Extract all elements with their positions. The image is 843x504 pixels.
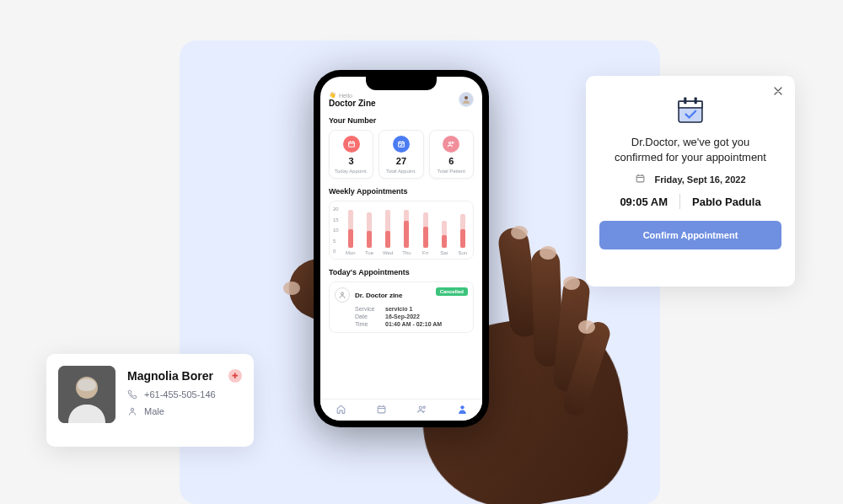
user-icon — [335, 287, 350, 303]
patient-avatar — [58, 366, 115, 423]
close-icon[interactable] — [771, 84, 785, 98]
confirm-patient: Pablo Padula — [692, 196, 761, 208]
svg-point-5 — [341, 292, 344, 295]
wave-icon: 👋 — [329, 92, 336, 99]
divider — [679, 194, 680, 209]
confirm-date: Friday, Sept 16, 2022 — [654, 174, 745, 185]
calendar-icon — [635, 173, 646, 185]
confirm-message-line1: Dr.Doctor, we've got you — [615, 135, 766, 150]
calendar-check-icon — [674, 96, 706, 125]
chart-bar — [404, 210, 409, 248]
confirm-message-line2: confirmed for your appointment — [615, 150, 766, 165]
label: Date — [355, 314, 380, 319]
phone-notch — [366, 77, 437, 90]
weekly-title: Weekly Appointments — [329, 187, 474, 196]
svg-point-8 — [423, 406, 425, 408]
svg-rect-2 — [399, 142, 405, 147]
tab-patients[interactable] — [416, 404, 427, 416]
svg-point-4 — [453, 142, 454, 144]
appt-doctor: Dr. Doctor zine — [355, 292, 402, 299]
svg-rect-11 — [679, 101, 702, 108]
svg-point-0 — [464, 96, 468, 99]
chart-bar — [442, 221, 447, 249]
stat-total-appt[interactable]: 27 Total Appoint. — [379, 130, 423, 179]
calendar-icon — [343, 136, 360, 153]
svg-rect-1 — [348, 142, 354, 147]
chart-x-label: Wed — [383, 250, 393, 255]
user-icon — [461, 94, 471, 105]
users-icon — [443, 136, 459, 153]
stat-value: 27 — [379, 156, 422, 166]
tab-bar — [320, 399, 482, 421]
svg-point-3 — [449, 142, 452, 145]
svg-rect-12 — [684, 98, 686, 105]
svg-point-9 — [460, 405, 464, 409]
chart-bar — [367, 212, 372, 249]
tab-profile[interactable] — [457, 404, 468, 416]
stat-value: 6 — [430, 156, 473, 166]
svg-rect-6 — [378, 406, 385, 413]
stat-label: Total Patient — [430, 169, 473, 174]
patient-name: Magnolia Borer — [127, 369, 242, 383]
weekly-chart: 20151050 MonTueWedThuFriSatSun — [329, 201, 474, 260]
stat-label: Today Appoint. — [330, 169, 373, 174]
doctor-name: Doctor Zine — [329, 99, 376, 108]
chart-bar — [348, 210, 353, 248]
chart-bar — [385, 210, 390, 248]
chart-x-label: Tue — [365, 250, 373, 255]
svg-rect-14 — [637, 175, 645, 182]
medical-badge-icon: ✚ — [228, 369, 242, 383]
stat-today[interactable]: 3 Today Appoint. — [329, 130, 373, 179]
todays-title: Today's Appointments — [329, 268, 474, 276]
label: Service — [355, 306, 380, 312]
confirm-appointment-card: Dr.Doctor, we've got you confirmed for y… — [586, 76, 795, 287]
patient-gender: Male — [144, 406, 164, 416]
stat-total-patient[interactable]: 6 Total Patient — [429, 130, 474, 179]
confirm-appointment-button[interactable]: Confirm Appointment — [599, 221, 781, 249]
phone-icon — [127, 389, 137, 399]
patient-phone: +61-455-505-146 — [144, 389, 216, 399]
chart-bar — [423, 212, 428, 249]
stat-label: Total Appoint. — [379, 169, 422, 174]
value: servicio 1 — [385, 306, 412, 312]
value: 01:40 AM - 02:10 AM — [385, 321, 442, 327]
label: Time — [355, 321, 380, 327]
svg-point-17 — [131, 408, 134, 411]
stat-value: 3 — [330, 156, 373, 166]
tab-home[interactable] — [336, 404, 346, 416]
svg-point-7 — [419, 406, 422, 409]
phone-screen: 👋Hello Doctor Zine Your Number 3 Today A… — [320, 77, 482, 421]
svg-rect-13 — [695, 98, 697, 105]
chart-x-label: Fri — [422, 250, 428, 255]
chart-bar — [460, 214, 465, 248]
user-icon — [127, 406, 137, 416]
chart-x-label: Sat — [440, 250, 448, 255]
status-badge: Cancelled — [436, 287, 468, 296]
tab-calendar[interactable] — [376, 404, 387, 416]
chart-x-label: Sun — [459, 250, 468, 255]
calendar-check-icon — [393, 136, 410, 153]
chart-x-label: Thu — [402, 250, 411, 255]
appointment-card[interactable]: Cancelled Dr. Doctor zine Serviceservici… — [329, 281, 474, 333]
your-number-title: Your Number — [329, 116, 474, 125]
avatar[interactable] — [459, 92, 474, 107]
patient-card[interactable]: ✚ Magnolia Borer +61-455-505-146 Male — [46, 354, 254, 447]
confirm-time: 09:05 AM — [620, 196, 668, 208]
phone-frame: 👋Hello Doctor Zine Your Number 3 Today A… — [314, 70, 489, 427]
greeting-text: Hello — [339, 93, 352, 99]
value: 16-Sep-2022 — [385, 314, 420, 319]
chart-x-label: Mon — [346, 250, 356, 255]
